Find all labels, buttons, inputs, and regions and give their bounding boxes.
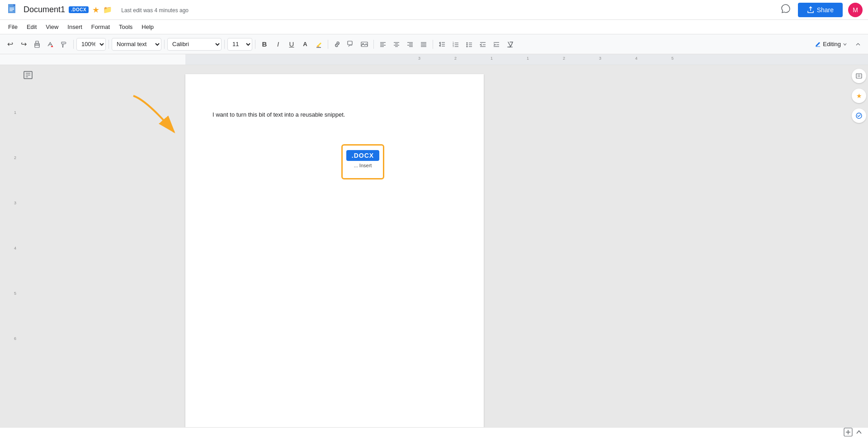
paint-format-button[interactable] <box>58 38 71 51</box>
editing-mode-button[interactable]: Editing <box>811 39 851 49</box>
highlight-button[interactable] <box>312 38 325 51</box>
right-sidebar: ★ <box>850 65 868 438</box>
left-ruler: 1 2 3 4 5 6 <box>0 65 18 438</box>
bold-button[interactable]: B <box>258 38 271 51</box>
align-left-button[interactable] <box>377 38 389 51</box>
docx-badge-large: .DOCX <box>346 150 379 161</box>
svg-rect-7 <box>36 41 38 43</box>
svg-point-41 <box>467 44 468 45</box>
doc-outline-area <box>23 70 33 83</box>
ruler-left-margin <box>0 54 185 65</box>
page-body-text: I want to turn this bit of text into a r… <box>212 110 457 119</box>
undo-button[interactable]: ↩ <box>4 38 16 51</box>
ruler-num-3: 3 <box>14 201 16 205</box>
italic-button[interactable]: I <box>272 38 284 51</box>
right-side-btn-3[interactable] <box>852 108 866 123</box>
svg-rect-4 <box>9 9 14 10</box>
left-margin <box>18 74 185 436</box>
share-label: Share <box>817 6 834 14</box>
svg-rect-8 <box>35 43 39 45</box>
bottom-chevron-button[interactable] <box>854 428 864 438</box>
clear-formatting-button[interactable] <box>504 38 516 51</box>
docx-tooltip-popup: .DOCX ... Insert <box>341 144 384 179</box>
spellcheck-button[interactable] <box>44 38 57 51</box>
menu-help[interactable]: Help <box>137 22 158 32</box>
menu-view[interactable]: View <box>41 22 63 32</box>
link-button[interactable] <box>331 38 344 51</box>
outline-button[interactable] <box>23 70 33 83</box>
font-size-select[interactable]: 11 10 12 14 <box>227 38 252 51</box>
title-bar-right: Share M <box>779 2 863 18</box>
menu-tools[interactable]: Tools <box>114 22 137 32</box>
document-page[interactable]: I want to turn this bit of text into a r… <box>185 74 484 438</box>
toolbar-divider-3 <box>164 40 165 49</box>
doc-area: I want to turn this bit of text into a r… <box>18 65 850 438</box>
toolbar-divider-6 <box>328 40 328 49</box>
star-icon[interactable]: ★ <box>92 5 99 15</box>
docx-title-badge: .DOCX <box>69 6 89 13</box>
toolbar-divider-7 <box>373 40 374 49</box>
ruler-num-2: 2 <box>14 155 16 160</box>
print-button[interactable] <box>31 38 43 51</box>
menu-format[interactable]: Format <box>87 22 114 32</box>
bottom-add-button[interactable] <box>843 428 854 438</box>
ruler-num-6: 6 <box>14 336 16 341</box>
toolbar-divider-8 <box>433 40 433 49</box>
align-center-button[interactable] <box>390 38 403 51</box>
menu-file[interactable]: File <box>4 22 22 32</box>
bottom-bar <box>0 427 868 438</box>
ruler-num-1: 1 <box>14 110 16 115</box>
toolbar-divider-1 <box>73 40 74 49</box>
line-spacing-button[interactable] <box>436 38 448 51</box>
ruler-num-5: 5 <box>14 291 16 296</box>
bullet-list-button[interactable] <box>463 38 476 51</box>
svg-rect-9 <box>62 46 63 47</box>
title-bar-center: Last edit was 4 minutes ago <box>112 6 778 14</box>
ruler-content: 1 2 3 4 5 1 2 3 <box>185 54 868 65</box>
tooltip-subtext: ... Insert <box>354 163 372 168</box>
redo-button[interactable]: ↪ <box>17 38 30 51</box>
increase-indent-button[interactable] <box>490 38 503 51</box>
svg-point-43 <box>467 46 468 47</box>
align-right-button[interactable] <box>404 38 416 51</box>
svg-rect-5 <box>9 10 13 11</box>
google-docs-icon <box>5 3 20 17</box>
underline-button[interactable]: U <box>285 38 298 51</box>
menu-bar: File Edit View Insert Format Tools Help <box>0 20 868 34</box>
menu-edit[interactable]: Edit <box>22 22 41 32</box>
last-edit-text: Last edit was 4 minutes ago <box>121 7 189 14</box>
collapse-button[interactable] <box>852 38 864 51</box>
toolbar-divider-5 <box>255 40 255 49</box>
user-avatar[interactable]: M <box>848 3 863 17</box>
toolbar-divider-2 <box>108 40 109 49</box>
svg-rect-3 <box>9 8 14 9</box>
style-select[interactable]: Normal text Heading 1 Heading 2 <box>112 38 161 51</box>
svg-rect-11 <box>348 41 352 45</box>
image-button[interactable] <box>358 38 371 51</box>
svg-rect-57 <box>856 74 862 78</box>
text-color-button[interactable]: A <box>299 38 311 51</box>
toolbar: ↩ ↪ 100% 75% 150% Normal text Heading 1 … <box>0 34 868 54</box>
comment-button[interactable] <box>779 2 793 18</box>
title-bar-left: Document1 .DOCX ★ 📁 <box>5 3 112 17</box>
font-select[interactable]: Calibri Arial Times New Roman <box>167 38 222 51</box>
svg-point-39 <box>467 42 468 43</box>
right-side-btn-2[interactable]: ★ <box>852 89 866 103</box>
title-bar: Document1 .DOCX ★ 📁 Last edit was 4 minu… <box>0 0 868 20</box>
numbered-list-button[interactable]: 1.2.3. <box>449 38 462 51</box>
decrease-indent-button[interactable] <box>476 38 489 51</box>
comment-insert-button[interactable] <box>344 38 357 51</box>
align-justify-button[interactable] <box>417 38 430 51</box>
editing-mode-label: Editing <box>823 41 841 47</box>
zoom-select[interactable]: 100% 75% 150% <box>76 38 106 51</box>
toolbar-divider-4 <box>224 40 225 49</box>
ruler: 1 2 3 4 5 1 2 3 <box>0 54 868 65</box>
main-area: 1 2 3 4 5 6 I want to turn this bit of t… <box>0 65 868 438</box>
svg-text:3.: 3. <box>453 45 454 47</box>
folder-icon[interactable]: 📁 <box>103 5 112 14</box>
share-button[interactable]: Share <box>798 3 843 17</box>
doc-title: Document1 <box>24 5 65 14</box>
right-margin <box>484 74 850 429</box>
right-side-btn-1[interactable] <box>852 69 866 83</box>
menu-insert[interactable]: Insert <box>63 22 87 32</box>
